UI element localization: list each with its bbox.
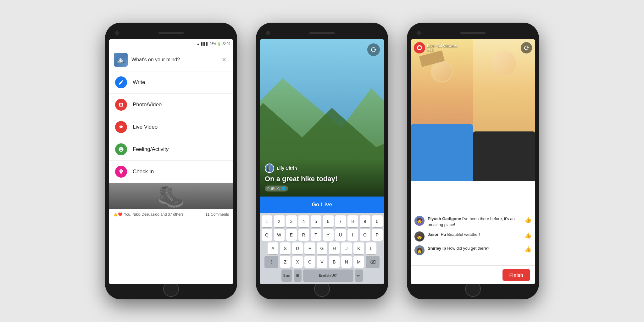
settings-key[interactable]: ⚙ bbox=[294, 269, 302, 281]
like-button-3[interactable]: 👍 bbox=[525, 246, 531, 253]
key-u[interactable]: U bbox=[335, 229, 346, 241]
live-stats: Live · 34 Viewers 2:31 bbox=[427, 44, 457, 52]
close-button[interactable]: ✕ bbox=[219, 55, 228, 64]
menu-item-feeling[interactable]: Feeling/Activity bbox=[109, 138, 233, 161]
menu-item-write[interactable]: Write bbox=[109, 71, 233, 94]
key-p[interactable]: P bbox=[372, 229, 383, 241]
key-4[interactable]: 4 bbox=[298, 215, 309, 227]
key-2[interactable]: 2 bbox=[274, 215, 285, 227]
comment-text-3: Shirley Ip How did you get there? bbox=[428, 246, 489, 251]
face-right bbox=[492, 50, 516, 75]
write-icon bbox=[115, 76, 127, 88]
comment-body-text-3: How did you get there? bbox=[447, 246, 489, 251]
globe-icon: 🌐 bbox=[281, 186, 286, 191]
key-t[interactable]: T bbox=[311, 229, 321, 241]
key-e[interactable]: E bbox=[286, 229, 297, 241]
comment-text-1: Piyush Gadigone I've been there before, … bbox=[428, 216, 515, 227]
status-icons-1: ▲ ▋▋▋ 95% 🔋 22:29 bbox=[197, 42, 230, 46]
commenter-name-2: Jason Hu bbox=[428, 232, 446, 237]
key-y[interactable]: Y bbox=[323, 229, 334, 241]
key-d[interactable]: D bbox=[292, 242, 303, 254]
phone-3: Live · 34 Viewers 2:31 🧑 bbox=[407, 23, 539, 299]
key-1[interactable]: 1 bbox=[262, 215, 272, 227]
phone-1-camera bbox=[115, 31, 119, 35]
feeling-icon bbox=[115, 143, 127, 155]
comment-content-1: Piyush Gadigone I've been there before, … bbox=[428, 216, 521, 228]
keyboard: 1 2 3 4 5 6 7 8 9 0 Q W E R T bbox=[260, 213, 384, 284]
key-b[interactable]: B bbox=[329, 256, 340, 268]
enter-key[interactable]: ↵ bbox=[355, 269, 363, 281]
live-broadcast-button[interactable] bbox=[414, 42, 425, 53]
live-label: Live Video bbox=[133, 124, 158, 130]
key-k[interactable]: K bbox=[353, 242, 364, 254]
key-c[interactable]: C bbox=[304, 256, 315, 268]
key-7[interactable]: 7 bbox=[335, 215, 346, 227]
space-key[interactable]: English(UK) bbox=[303, 269, 353, 281]
key-s[interactable]: S bbox=[280, 242, 291, 254]
person-left bbox=[411, 39, 473, 181]
phone-1-top-bar bbox=[109, 28, 233, 38]
photo-icon bbox=[115, 99, 127, 111]
selfie-background bbox=[411, 39, 535, 181]
key-z[interactable]: Z bbox=[280, 256, 291, 268]
key-j[interactable]: J bbox=[341, 242, 352, 254]
shirt-left bbox=[411, 124, 473, 181]
key-a[interactable]: A bbox=[268, 242, 278, 254]
sym-key[interactable]: Sym bbox=[281, 269, 292, 281]
key-9[interactable]: 9 bbox=[360, 215, 370, 227]
photo-label: Photo/Video bbox=[133, 102, 162, 108]
key-5[interactable]: 5 bbox=[311, 215, 321, 227]
live-post-text: On a great hike today! bbox=[265, 175, 379, 183]
whats-on-mind-text[interactable]: What's on your mind? bbox=[131, 57, 216, 63]
key-o[interactable]: O bbox=[360, 229, 370, 241]
key-q[interactable]: Q bbox=[262, 229, 272, 241]
keyboard-row-asdf: A S D F G H J K L bbox=[261, 242, 383, 254]
flip-camera-button[interactable] bbox=[367, 43, 380, 56]
live-flip-camera-button[interactable] bbox=[521, 42, 532, 53]
comment-content-3: Shirley Ip How did you get there? bbox=[428, 245, 521, 251]
key-8[interactable]: 8 bbox=[347, 215, 358, 227]
key-n[interactable]: N bbox=[341, 256, 352, 268]
key-m[interactable]: M bbox=[353, 256, 364, 268]
live-top-bar: Live · 34 Viewers 2:31 bbox=[414, 42, 532, 53]
menu-item-live[interactable]: Live Video bbox=[109, 116, 233, 138]
key-w[interactable]: W bbox=[274, 229, 285, 241]
key-r[interactable]: R bbox=[298, 229, 309, 241]
phone-3-bottom bbox=[411, 284, 535, 294]
phone-2-top-bar bbox=[260, 28, 384, 38]
key-i[interactable]: I bbox=[347, 229, 358, 241]
key-g[interactable]: G bbox=[317, 242, 327, 254]
like-button-1[interactable]: 👍 bbox=[525, 216, 531, 223]
live-preview-area: 🧗 Lily Citrin On a great hike today! PUB… bbox=[260, 39, 384, 197]
shift-key[interactable]: ⇧ bbox=[264, 256, 278, 268]
key-h[interactable]: H bbox=[329, 242, 340, 254]
live-timer: 2:31 bbox=[427, 48, 457, 52]
avatar-image bbox=[114, 53, 128, 67]
phone-1-speaker bbox=[158, 32, 184, 34]
live-stream-screen: Live · 34 Viewers 2:31 🧑 bbox=[411, 39, 535, 284]
like-button-2[interactable]: 👍 bbox=[525, 232, 531, 239]
finish-bar: Finish bbox=[411, 265, 535, 284]
signal-icon: ▋▋▋ bbox=[201, 42, 208, 46]
key-6[interactable]: 6 bbox=[323, 215, 334, 227]
phone-2: 🧗 Lily Citrin On a great hike today! PUB… bbox=[256, 23, 388, 299]
menu-item-photo[interactable]: Photo/Video bbox=[109, 94, 233, 116]
key-x[interactable]: X bbox=[292, 256, 303, 268]
post-footer: 👍❤️ You, Nikki Desuasido and 37 others 1… bbox=[109, 209, 233, 220]
key-3[interactable]: 3 bbox=[286, 215, 297, 227]
menu-item-checkin[interactable]: Check In bbox=[109, 161, 233, 183]
comment-avatar-2: 👨 bbox=[414, 231, 425, 242]
viewers-count: 34 Viewers bbox=[438, 44, 457, 48]
finish-button[interactable]: Finish bbox=[502, 269, 530, 281]
live-dot-innermost bbox=[418, 46, 421, 49]
live-text: Live bbox=[427, 44, 435, 48]
phone-2-screen: 🧗 Lily Citrin On a great hike today! PUB… bbox=[260, 39, 384, 284]
backspace-key[interactable]: ⌫ bbox=[366, 256, 380, 268]
comments-count: 11 Comments bbox=[205, 212, 229, 217]
wifi-icon: ▲ bbox=[197, 42, 200, 46]
go-live-button[interactable]: Go Live bbox=[260, 197, 384, 213]
key-f[interactable]: F bbox=[304, 242, 315, 254]
key-l[interactable]: L bbox=[366, 242, 376, 254]
key-v[interactable]: V bbox=[317, 256, 327, 268]
key-0[interactable]: 0 bbox=[372, 215, 383, 227]
